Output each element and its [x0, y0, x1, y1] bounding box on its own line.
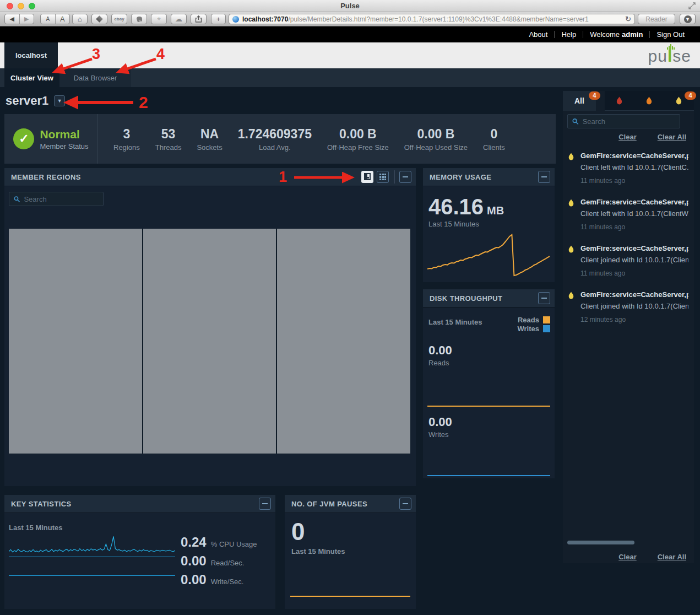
notification-time: 11 minutes ago	[580, 269, 688, 277]
back-icon[interactable]: ◀	[5, 15, 19, 23]
notifications-search-input[interactable]	[583, 117, 675, 126]
home-button[interactable]: ⌂	[72, 14, 88, 24]
about-link[interactable]: About	[522, 30, 554, 39]
evernote-button[interactable]	[131, 14, 147, 24]
share-icon	[195, 15, 202, 23]
collapse-panel-button[interactable]	[538, 292, 550, 304]
write-label: Write/Sec.	[211, 578, 244, 586]
clear-link[interactable]: Clear	[618, 133, 637, 141]
tab-cluster-view[interactable]: Cluster View	[4, 68, 59, 87]
search-icon	[14, 196, 20, 203]
regions-search-input[interactable]	[24, 195, 99, 203]
writes-swatch	[543, 325, 550, 332]
back-forward-buttons[interactable]: ◀ ▶	[4, 14, 34, 24]
notification-item[interactable]: GemFire:service=CacheServer,port=404 Cli…	[563, 146, 694, 192]
smaller-text-button[interactable]: A	[41, 16, 55, 22]
grid-view-button[interactable]	[377, 171, 389, 183]
resize-icon[interactable]	[688, 2, 696, 9]
member-regions-header: MEMBER REGIONS	[4, 168, 416, 186]
host-tab-localhost[interactable]: localhost	[4, 42, 58, 68]
stat-load-avg: 1.724609375 Load Avg.	[230, 127, 319, 152]
treemap-icon	[364, 173, 371, 180]
browser-toolbar: ◀ ▶ A A ⌂ ebay * ☁	[0, 12, 700, 26]
flame-icon	[568, 198, 574, 207]
key-statistics-panel: KEY STATISTICS Last 15 Minutes 0.24 % CP…	[4, 495, 275, 609]
reads-swatch	[543, 316, 550, 323]
site-favicon	[232, 16, 239, 23]
forward-icon[interactable]: ▶	[20, 15, 34, 23]
disk-caption: Last 15 Minutes	[428, 318, 482, 326]
tab-severe-notifications[interactable]	[605, 91, 634, 111]
share-button[interactable]	[191, 14, 207, 24]
treemap-region-block[interactable]	[277, 229, 410, 454]
writes-chart-baseline	[427, 475, 550, 476]
minus-icon	[403, 503, 408, 504]
memory-usage-header: MEMORY USAGE	[423, 168, 555, 186]
collapse-panel-button[interactable]	[538, 171, 550, 183]
treemap-region-block[interactable]	[9, 229, 142, 454]
jvm-chart-baseline	[290, 596, 410, 597]
clear-links-bottom: Clear Clear All	[618, 553, 686, 561]
notification-list: GemFire:service=CacheServer,port=404 Cli…	[563, 146, 694, 331]
nav-strip: Cluster View Data Browser	[0, 68, 700, 87]
treemap-view-button[interactable]	[361, 171, 373, 183]
member-status-bar: ✓ Normal Member Status 3 Regions 53 Thre…	[4, 114, 556, 164]
member-dropdown-button[interactable]: ▼	[54, 95, 65, 106]
downloads-button[interactable]: ▼	[680, 14, 696, 24]
disk-throughput-panel: DISK THROUGHPUT Last 15 Minutes Reads Wr…	[423, 289, 555, 478]
horizontal-scrollbar[interactable]	[567, 541, 634, 544]
key-statistics-header: KEY STATISTICS	[4, 495, 275, 513]
notification-item[interactable]: GemFire:service=CacheServer,port=404 Cli…	[563, 192, 694, 239]
stat-offheap-used: 0.00 B Off-Heap Used Size	[397, 127, 475, 152]
stat-clients: 0 Clients	[475, 127, 513, 152]
status-label: Member Status	[40, 142, 88, 150]
plus-icon: +	[216, 15, 221, 23]
bookmark-extension-button[interactable]	[91, 14, 107, 24]
icloud-tabs-button[interactable]: ☁	[171, 14, 187, 24]
notification-item[interactable]: GemFire:service=CacheServer,port=404 Cli…	[563, 239, 694, 285]
collapse-panel-button[interactable]	[399, 498, 411, 510]
collapse-panel-button[interactable]	[399, 171, 411, 183]
reads-value: 0.00	[428, 343, 452, 358]
memory-usage-chart	[427, 230, 550, 278]
download-icon: ▼	[684, 15, 692, 23]
help-link[interactable]: Help	[555, 30, 583, 39]
legend-reads-label: Reads	[518, 316, 539, 324]
notification-time: 12 minutes ago	[580, 316, 688, 323]
collapse-panel-button[interactable]	[259, 498, 271, 510]
disabled-extension-button[interactable]: *	[151, 14, 167, 24]
all-count-badge: 4	[589, 91, 600, 100]
clear-all-link[interactable]: Clear All	[658, 133, 686, 141]
treemap-region-block[interactable]	[143, 229, 276, 454]
font-size-buttons[interactable]: A A	[40, 14, 70, 24]
tab-warning-notifications[interactable]: 4	[664, 91, 694, 111]
cpu-usage-row: 0.24 % CPU Usage	[181, 535, 257, 550]
new-tab-button[interactable]: +	[211, 14, 226, 24]
stat-label: Off-Heap Free Size	[327, 143, 389, 152]
stat-value: 0.00 B	[404, 127, 468, 142]
home-icon: ⌂	[78, 15, 82, 23]
ebay-icon: ebay	[114, 17, 124, 21]
regions-search[interactable]	[9, 192, 104, 206]
read-sec-baseline	[9, 557, 175, 557]
sign-out-link[interactable]: Sign Out	[650, 30, 691, 39]
larger-text-button[interactable]: A	[56, 15, 70, 23]
jvm-pauses-header: NO. OF JVM PAUSES	[285, 495, 416, 513]
reload-icon[interactable]: ↻	[625, 15, 631, 23]
jvm-pauses-caption: Last 15 Minutes	[291, 547, 345, 555]
chevron-down-icon: ▼	[57, 98, 62, 104]
tab-data-browser[interactable]: Data Browser	[59, 68, 131, 87]
url-bar[interactable]: localhost:7070 /pulse/MemberDetails.html…	[229, 14, 635, 24]
notification-item[interactable]: GemFire:service=CacheServer,port=404 Cli…	[563, 285, 694, 331]
stat-offheap-free: 0.00 B Off-Heap Free Size	[319, 127, 397, 152]
notification-time: 11 minutes ago	[580, 223, 688, 231]
evernote-elephant-icon	[135, 16, 143, 23]
notifications-search[interactable]	[567, 114, 680, 128]
clear-all-link[interactable]: Clear All	[658, 553, 686, 561]
clear-link[interactable]: Clear	[618, 553, 637, 561]
tab-error-notifications[interactable]	[634, 91, 664, 111]
reader-button[interactable]: Reader	[638, 14, 675, 24]
memory-caption: Last 15 Minutes	[428, 220, 479, 228]
ebay-button[interactable]: ebay	[111, 14, 127, 24]
tab-all-notifications[interactable]: All 4	[563, 91, 596, 111]
